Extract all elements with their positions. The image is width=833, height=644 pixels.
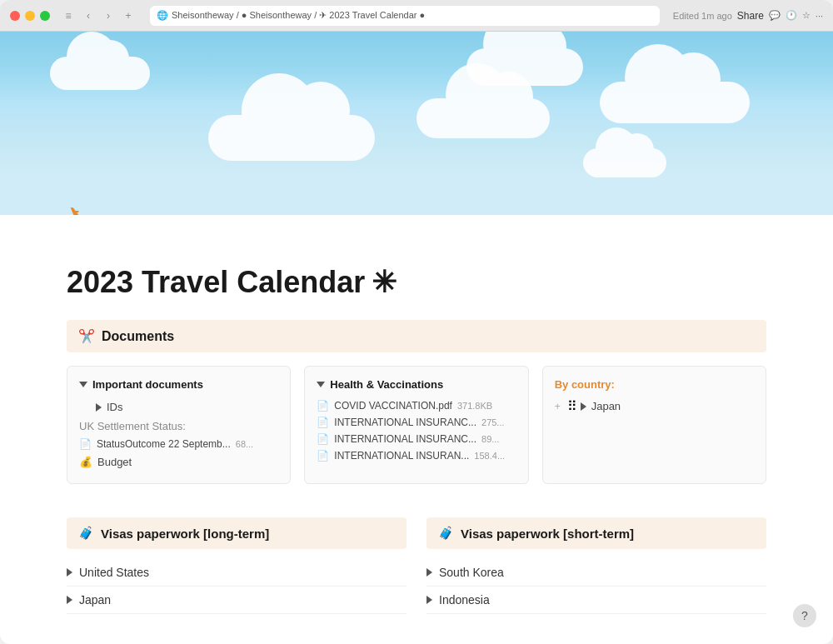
visas-shortterm-section: 🧳 Visas paperwork [short-term] South Kor… [426, 517, 766, 614]
budget-icon: 💰 [79, 456, 92, 468]
file-icon-1: 📄 [317, 400, 329, 412]
insurance-file-1-name: INTERNATIONAL INSURANC... [334, 417, 476, 428]
ids-label: IDs [107, 401, 123, 413]
japan-country-name: Japan [591, 400, 621, 412]
health-label: Health & Vaccinations [330, 378, 443, 391]
japan-visa-label: Japan [79, 593, 111, 607]
collapse-health-icon[interactable] [317, 382, 325, 387]
health-header: Health & Vaccinations [317, 378, 516, 391]
covid-file[interactable]: 📄 COVID VACCINATION.pdf 371.8KB [317, 397, 516, 414]
us-visa-item[interactable]: United States [67, 559, 407, 587]
insurance-file-1[interactable]: 📄 INTERNATIONAL INSURANC... 275... [317, 414, 516, 431]
edited-timestamp: Edited 1m ago [673, 11, 732, 21]
visas-longterm-label: Visas paperwork [long-term] [101, 527, 269, 541]
visas-grid: 🧳 Visas paperwork [long-term] United Sta… [67, 517, 766, 614]
insurance-file-2-name: INTERNATIONAL INSURANC... [334, 433, 476, 445]
comment-icon[interactable]: 💬 [769, 10, 781, 21]
expand-japan-visa-icon[interactable] [67, 596, 72, 604]
expand-ids-icon[interactable] [96, 403, 102, 412]
nav-menu-icon[interactable]: ≡ [60, 7, 77, 24]
budget-item[interactable]: 💰 Budget [79, 452, 278, 472]
collapse-icon[interactable] [79, 382, 87, 387]
traffic-lights [10, 11, 50, 21]
cloud-4 [208, 115, 375, 161]
action-icons: 💬 🕐 ☆ ··· [769, 10, 823, 21]
insurance-file-2[interactable]: 📄 INTERNATIONAL INSURANC... 89... [317, 431, 516, 447]
close-button[interactable] [10, 11, 20, 21]
file-icon: 📄 [79, 438, 92, 450]
covid-file-size: 371.8KB [457, 401, 492, 411]
page-title: 2023 Travel Calendar ✳ [67, 265, 766, 300]
history-icon[interactable]: 🕐 [786, 10, 797, 21]
documents-label: Documents [102, 329, 174, 344]
insurance-file-1-size: 275... [481, 417, 505, 427]
back-button[interactable]: ‹ [80, 7, 97, 24]
address-bar[interactable]: 🌐 Sheisontheway / ● Sheisontheway / ✈ 20… [150, 6, 660, 26]
add-country-icon[interactable]: + [555, 401, 561, 412]
visas-longterm-section: 🧳 Visas paperwork [long-term] United Sta… [67, 517, 407, 614]
south-korea-visa-item[interactable]: South Korea [426, 559, 766, 587]
forward-button[interactable]: › [100, 7, 117, 24]
documents-section: ✂️ Documents Important documents IDs UK … [67, 320, 766, 484]
insurance-file-3-size: 158.4... [474, 451, 505, 461]
file-name: StatusOutcome 22 Septemb... [97, 438, 231, 450]
more-icon[interactable]: ··· [816, 11, 823, 21]
insurance-file-3[interactable]: 📄 INTERNATIONAL INSURAN... 158.4... [317, 447, 516, 464]
share-button[interactable]: Share [737, 10, 764, 22]
help-button[interactable]: ? [793, 604, 816, 627]
documents-section-header: ✂️ Documents [67, 320, 766, 352]
visas-longterm-header: 🧳 Visas paperwork [long-term] [67, 517, 407, 549]
by-country-label: By country: [555, 378, 754, 391]
file-size: 68... [236, 439, 253, 449]
insurance-file-3-name: INTERNATIONAL INSURAN... [334, 450, 469, 462]
visas-shortterm-icon: 🧳 [438, 526, 454, 541]
south-korea-label: South Korea [439, 566, 504, 579]
japan-country-item[interactable]: Japan [581, 397, 621, 415]
status-outcome-file[interactable]: 📄 StatusOutcome 22 Septemb... 68... [79, 436, 278, 452]
file-icon-2: 📄 [317, 417, 329, 428]
browser-nav: ≡ ‹ › + [60, 7, 137, 24]
visas-shortterm-header: 🧳 Visas paperwork [short-term] [426, 517, 766, 549]
title-asterisk: ✳ [372, 265, 397, 300]
favicon-icon: 🌐 [157, 10, 168, 21]
budget-label: Budget [97, 456, 132, 468]
expand-us-icon[interactable] [67, 568, 72, 577]
health-vaccinations-column: Health & Vaccinations 📄 COVID VACCINATIO… [304, 366, 528, 484]
indonesia-label: Indonesia [439, 593, 490, 607]
browser-actions: Edited 1m ago Share 💬 🕐 ☆ ··· [673, 10, 823, 22]
hero-airplane-icon: ✈ [58, 198, 95, 215]
documents-grid: Important documents IDs UK Settlement St… [67, 366, 766, 484]
star-icon[interactable]: ☆ [802, 10, 811, 21]
file-icon-3: 📄 [317, 433, 329, 445]
hero-image: ✈ [0, 32, 833, 215]
expand-japan-icon[interactable] [581, 402, 586, 411]
by-country-column: By country: + ⠿ Japan [542, 366, 766, 484]
uk-label: UK Settlement Status: [79, 417, 278, 436]
drag-icon: ⠿ [567, 398, 577, 414]
minimize-button[interactable] [25, 11, 35, 21]
page-content: ✈ 2023 Travel Calendar ✳ ✂️ Documents Im… [0, 32, 833, 644]
important-docs-header: Important documents [79, 378, 278, 391]
cloud-1 [50, 57, 150, 90]
file-icon-4: 📄 [317, 450, 329, 462]
japan-visa-item[interactable]: Japan [67, 587, 407, 614]
us-label: United States [79, 566, 149, 579]
maximize-button[interactable] [40, 11, 50, 21]
cloud-5 [583, 148, 666, 177]
documents-icon: ✂️ [78, 328, 95, 344]
expand-south-korea-icon[interactable] [426, 568, 432, 577]
indonesia-visa-item[interactable]: Indonesia [426, 587, 766, 614]
important-docs-label: Important documents [92, 378, 203, 391]
expand-indonesia-icon[interactable] [426, 596, 432, 604]
insurance-file-2-size: 89... [481, 434, 499, 444]
browser-chrome: ≡ ‹ › + 🌐 Sheisontheway / ● Sheisonthewa… [0, 0, 833, 32]
covid-file-name: COVID VACCINATION.pdf [334, 400, 452, 412]
visas-longterm-icon: 🧳 [78, 526, 94, 541]
ids-item[interactable]: IDs [79, 397, 278, 417]
visas-shortterm-label: Visas paperwork [short-term] [461, 527, 634, 541]
cloud-2 [600, 82, 750, 123]
cloud-6 [416, 98, 550, 138]
add-tab-button[interactable]: + [120, 7, 137, 24]
title-text: 2023 Travel Calendar [67, 265, 365, 300]
main-content: 2023 Travel Calendar ✳ ✂️ Documents Impo… [0, 215, 833, 644]
